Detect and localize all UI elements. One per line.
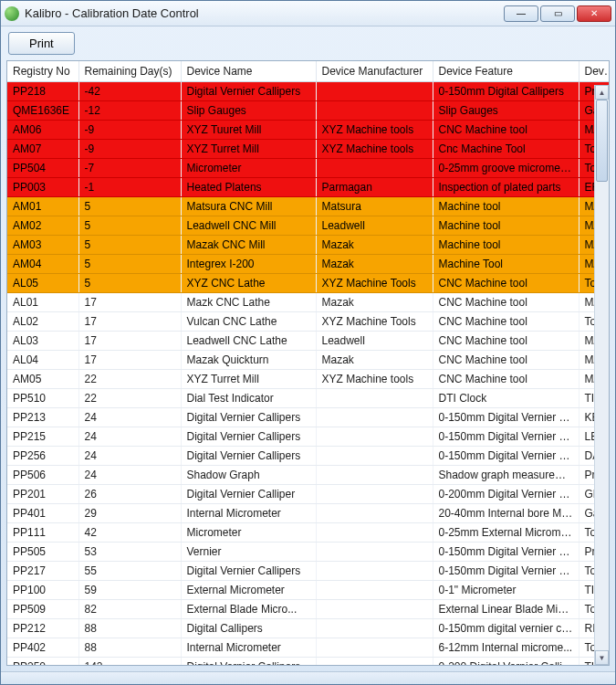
cell-name[interactable]: Digital Callipers <box>181 619 316 638</box>
cell-name[interactable]: XYZ Turret Mill <box>181 140 316 159</box>
cell-name[interactable]: Matsura CNC Mill <box>181 197 316 216</box>
cell-days[interactable]: 53 <box>78 543 181 562</box>
table-row[interactable]: AL0417Mazak QuickturnMazakCNC Machine to… <box>7 351 610 370</box>
cell-name[interactable]: Digital Vernier Callipers <box>181 447 316 466</box>
cell-name[interactable]: Internal Micrometer <box>181 504 316 523</box>
table-row[interactable]: PP50982External Blade Micro...External L… <box>7 600 610 619</box>
cell-name[interactable]: Digital Vernier Callipers <box>181 658 316 667</box>
cell-feat[interactable]: 0-200 Digital Vernier Calli... <box>433 658 579 667</box>
cell-name[interactable]: Shadow Graph <box>181 466 316 485</box>
cell-manu[interactable] <box>316 638 433 658</box>
cell-feat[interactable]: Cnc Machine Tool <box>433 140 579 159</box>
cell-reg[interactable]: PP217 <box>7 562 78 581</box>
table-row[interactable]: PP504-7Micrometer0-25mm groove micromete… <box>7 159 610 178</box>
cell-reg[interactable]: PP504 <box>7 159 78 178</box>
cell-reg[interactable]: PP215 <box>7 427 78 447</box>
cell-days[interactable]: -9 <box>78 140 181 159</box>
minimize-button[interactable]: — <box>504 5 538 22</box>
cell-feat[interactable]: 0-150mm digital vernier ca... <box>433 619 579 638</box>
col-registry-no[interactable]: Registry No <box>7 61 78 82</box>
cell-reg[interactable]: AL04 <box>7 351 78 370</box>
cell-feat[interactable]: DTI Clock <box>433 389 579 408</box>
cell-reg[interactable]: PP212 <box>7 619 78 638</box>
cell-feat[interactable]: Machine tool <box>433 216 579 236</box>
cell-reg[interactable]: PP218 <box>7 82 78 101</box>
cell-feat[interactable]: Machine tool <box>433 236 579 255</box>
cell-name[interactable]: Vernier <box>181 543 316 562</box>
cell-feat[interactable]: CNC Machine tool <box>433 370 579 389</box>
cell-manu[interactable] <box>316 523 433 543</box>
cell-days[interactable]: 5 <box>78 216 181 236</box>
table-row[interactable]: PP25624Digital Vernier Callipers0-150mm … <box>7 447 610 466</box>
cell-days[interactable]: 88 <box>78 638 181 658</box>
cell-manu[interactable]: XYZ Machine tools <box>316 370 433 389</box>
cell-manu[interactable] <box>316 82 433 101</box>
print-button[interactable]: Print <box>8 32 75 55</box>
cell-feat[interactable]: 0-25mm External Microme... <box>433 523 579 543</box>
cell-days[interactable]: 5 <box>78 255 181 274</box>
cell-name[interactable]: XYZ Turret Mill <box>181 370 316 389</box>
table-row[interactable]: PP10059External Micrometer0-1" Micromete… <box>7 581 610 600</box>
calibration-table[interactable]: Registry No Remaining Day(s) Device Name… <box>7 61 610 666</box>
cell-feat[interactable]: CNC Machine tool <box>433 312 579 332</box>
cell-name[interactable]: Micrometer <box>181 159 316 178</box>
cell-days[interactable]: 5 <box>78 236 181 255</box>
cell-reg[interactable]: AL01 <box>7 293 78 312</box>
cell-feat[interactable]: CNC Machine tool <box>433 351 579 370</box>
cell-name[interactable]: Mazak CNC Mill <box>181 236 316 255</box>
cell-days[interactable]: 17 <box>78 293 181 312</box>
cell-days[interactable]: 26 <box>78 485 181 504</box>
cell-days[interactable]: -1 <box>78 178 181 197</box>
cell-reg[interactable]: PP506 <box>7 466 78 485</box>
cell-manu[interactable] <box>316 101 433 121</box>
cell-feat[interactable]: 0-25mm groove micrometer <box>433 159 579 178</box>
table-row[interactable]: PP11142Micrometer0-25mm External Microme… <box>7 523 610 543</box>
cell-manu[interactable] <box>316 562 433 581</box>
table-row[interactable]: PP40288Internal Micrometer6-12mm Interna… <box>7 638 610 658</box>
cell-manu[interactable] <box>316 447 433 466</box>
cell-name[interactable]: Dial Test Indicator <box>181 389 316 408</box>
cell-reg[interactable]: PP250 <box>7 658 78 667</box>
cell-reg[interactable]: AM02 <box>7 216 78 236</box>
cell-manu[interactable]: Leadwell <box>316 332 433 351</box>
cell-manu[interactable]: XYZ Machine Tools <box>316 274 433 293</box>
cell-name[interactable]: Internal Micrometer <box>181 638 316 658</box>
cell-feat[interactable]: 0-150mm Digital Vernier C... <box>433 408 579 427</box>
cell-feat[interactable]: 20-40mm Internal bore Mi... <box>433 504 579 523</box>
cell-days[interactable]: -12 <box>78 101 181 121</box>
cell-days[interactable]: 88 <box>78 619 181 638</box>
table-row[interactable]: AM0522XYZ Turret MillXYZ Machine toolsCN… <box>7 370 610 389</box>
cell-reg[interactable]: AL02 <box>7 312 78 332</box>
cell-feat[interactable]: CNC Machine tool <box>433 293 579 312</box>
cell-name[interactable]: Vulcan CNC Lathe <box>181 312 316 332</box>
cell-days[interactable]: 5 <box>78 274 181 293</box>
table-row[interactable]: PP003-1Heated PlatensParmaganInspection … <box>7 178 610 197</box>
table-row[interactable]: PP21524Digital Vernier Callipers0-150mm … <box>7 427 610 447</box>
cell-reg[interactable]: PP201 <box>7 485 78 504</box>
cell-manu[interactable]: XYZ Machine Tools <box>316 312 433 332</box>
cell-manu[interactable] <box>316 504 433 523</box>
cell-feat[interactable]: Machine Tool <box>433 255 579 274</box>
cell-feat[interactable]: Machine tool <box>433 197 579 216</box>
cell-feat[interactable]: 0-200mm Digital Vernier C... <box>433 485 579 504</box>
cell-manu[interactable] <box>316 619 433 638</box>
table-row[interactable]: PP250142Digital Vernier Callipers0-200 D… <box>7 658 610 667</box>
cell-reg[interactable]: PP213 <box>7 408 78 427</box>
cell-reg[interactable]: PP510 <box>7 389 78 408</box>
cell-manu[interactable]: Mazak <box>316 236 433 255</box>
cell-name[interactable]: Mazak Quickturn <box>181 351 316 370</box>
cell-manu[interactable] <box>316 543 433 562</box>
cell-feat[interactable]: CNC Machine tool <box>433 332 579 351</box>
cell-reg[interactable]: PP401 <box>7 504 78 523</box>
cell-manu[interactable]: Mazak <box>316 293 433 312</box>
cell-feat[interactable]: Slip Gauges <box>433 101 579 121</box>
scroll-down-arrow-icon[interactable]: ▼ <box>595 650 609 665</box>
table-row[interactable]: AM06-9XYZ Tuuret MillXYZ Machine toolsCN… <box>7 121 610 140</box>
cell-reg[interactable]: AM07 <box>7 140 78 159</box>
cell-name[interactable]: Leadwell CNC Lathe <box>181 332 316 351</box>
cell-manu[interactable] <box>316 466 433 485</box>
cell-manu[interactable] <box>316 658 433 667</box>
col-remaining-days[interactable]: Remaining Day(s) <box>78 61 181 82</box>
col-device-extra[interactable]: Device <box>579 61 610 82</box>
cell-reg[interactable]: AL03 <box>7 332 78 351</box>
